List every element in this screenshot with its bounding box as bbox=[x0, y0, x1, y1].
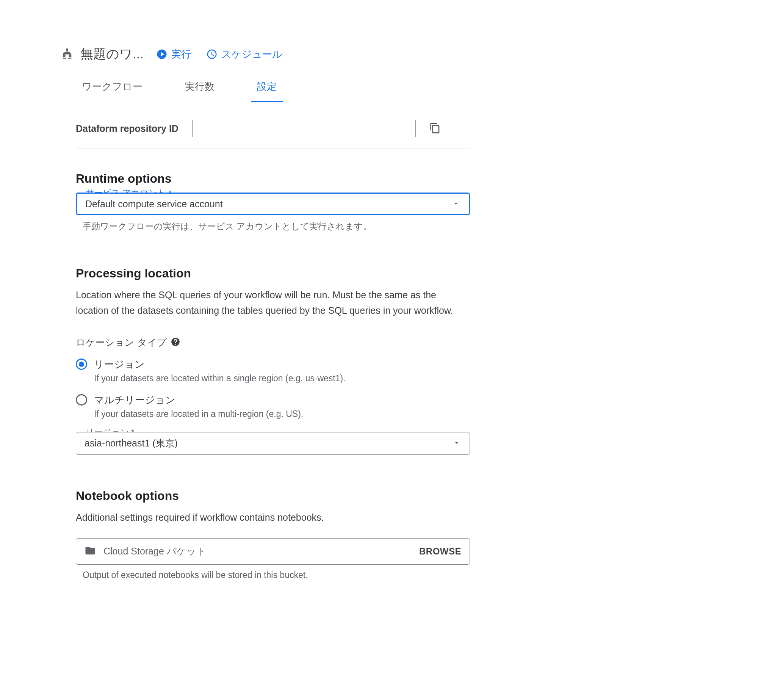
dataform-repo-label: Dataform repository ID bbox=[76, 123, 179, 134]
schedule-button[interactable]: スケジュール bbox=[206, 48, 282, 61]
sitemap-icon bbox=[61, 47, 74, 61]
chevron-down-icon bbox=[452, 438, 461, 448]
gcs-bucket-placeholder: Cloud Storage バケット bbox=[103, 545, 419, 557]
gcs-bucket-help: Output of executed notebooks will be sto… bbox=[83, 570, 470, 580]
page-header: 無題のワ... 実行 スケジュール bbox=[61, 45, 697, 70]
notebook-desc: Additional settings required if workflow… bbox=[76, 510, 470, 525]
run-label: 実行 bbox=[171, 48, 191, 61]
svg-rect-2 bbox=[69, 55, 72, 57]
location-type-region[interactable]: リージョン If your datasets are located withi… bbox=[76, 358, 470, 384]
notebook-heading: Notebook options bbox=[76, 489, 470, 503]
multi-option-label: マルチリージョン bbox=[94, 393, 303, 407]
svg-rect-4 bbox=[63, 53, 71, 54]
gcs-bucket-field[interactable]: Cloud Storage バケット BROWSE bbox=[76, 538, 470, 565]
tab-settings[interactable]: 設定 bbox=[251, 70, 283, 102]
copy-icon bbox=[429, 122, 441, 134]
service-account-help: 手動ワークフローの実行は、サービス アカウントとして実行されます。 bbox=[83, 221, 470, 232]
service-account-select[interactable]: サービス アカウント * Default compute service acc… bbox=[76, 193, 470, 215]
location-type-multi[interactable]: マルチリージョン If your datasets are located in… bbox=[76, 393, 470, 419]
help-icon[interactable] bbox=[171, 337, 180, 348]
svg-rect-1 bbox=[63, 55, 65, 57]
svg-rect-6 bbox=[70, 53, 71, 55]
run-button[interactable]: 実行 bbox=[156, 48, 191, 61]
svg-rect-5 bbox=[63, 53, 64, 55]
runtime-heading: Runtime options bbox=[76, 172, 470, 186]
region-option-label: リージョン bbox=[94, 358, 346, 371]
region-option-desc: If your datasets are located within a si… bbox=[94, 373, 346, 384]
play-circle-icon bbox=[156, 49, 168, 60]
service-account-value: Default compute service account bbox=[85, 199, 451, 210]
location-type-label: ロケーション タイプ bbox=[76, 336, 167, 349]
svg-rect-0 bbox=[66, 48, 68, 50]
tab-bar: ワークフロー 実行数 設定 bbox=[61, 70, 697, 102]
region-select[interactable]: リージョン * asia-northeast1 (東京) bbox=[76, 432, 470, 455]
schedule-label: スケジュール bbox=[221, 48, 282, 61]
clock-icon bbox=[206, 49, 218, 60]
dataform-repo-row: Dataform repository ID bbox=[76, 102, 470, 149]
tab-runs[interactable]: 実行数 bbox=[179, 70, 221, 102]
region-select-value: asia-northeast1 (東京) bbox=[85, 437, 452, 449]
tab-workflow[interactable]: ワークフロー bbox=[76, 70, 149, 102]
browse-button[interactable]: BROWSE bbox=[419, 546, 461, 557]
radio-icon bbox=[76, 359, 87, 370]
dataform-repo-input[interactable] bbox=[192, 120, 416, 137]
multi-option-desc: If your datasets are located in a multi-… bbox=[94, 409, 303, 419]
folder-icon bbox=[85, 545, 96, 557]
processing-desc: Location where the SQL queries of your w… bbox=[76, 287, 470, 319]
page-title: 無題のワ... bbox=[80, 45, 143, 63]
chevron-down-icon bbox=[451, 199, 460, 209]
radio-icon bbox=[76, 394, 87, 406]
copy-button[interactable] bbox=[429, 122, 441, 135]
processing-heading: Processing location bbox=[76, 266, 470, 280]
